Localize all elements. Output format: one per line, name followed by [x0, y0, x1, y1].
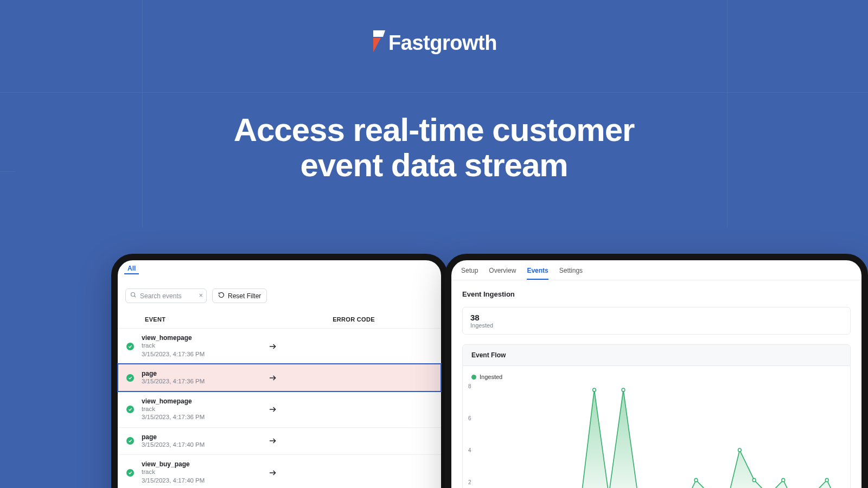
ingestion-panel: SetupOverviewEventsSettings Event Ingest… — [445, 254, 868, 488]
search-icon — [130, 292, 137, 300]
decorative-line — [0, 92, 868, 93]
hero-line-1: Access real-time customer — [0, 113, 868, 148]
clear-icon[interactable]: × — [199, 291, 203, 299]
section-title: Event Ingestion — [451, 280, 861, 301]
event-name: view_homepage — [142, 397, 266, 405]
reset-filter-label: Reset Filter — [228, 292, 261, 300]
search-input[interactable]: Search events × — [125, 288, 207, 303]
tab-overview[interactable]: Overview — [489, 265, 516, 280]
table-row[interactable]: page3/15/2023, 4:17:36 PM — [118, 364, 441, 391]
event-timestamp: 3/15/2023, 4:17:40 PM — [142, 441, 266, 450]
arrow-right-icon — [266, 405, 432, 414]
event-type: track — [142, 405, 266, 414]
svg-point-28 — [782, 478, 785, 481]
event-flow-chart: Event Flow Ingested 8642 — [462, 344, 851, 488]
events-table-body: view_homepagetrack3/15/2023, 4:17:36 PMp… — [118, 328, 441, 488]
events-panel: All Search events × Reset Filter EVENT E… — [111, 254, 448, 488]
event-meta: page3/15/2023, 4:17:40 PM — [142, 433, 266, 450]
event-name: view_buy_page — [142, 460, 266, 468]
brand-name: Fastgrowth — [388, 31, 497, 55]
column-event: EVENT — [145, 316, 275, 323]
status-success-icon — [126, 406, 134, 413]
brand-logo: Fastgrowth — [0, 30, 868, 55]
event-timestamp: 3/15/2023, 4:17:36 PM — [142, 377, 266, 386]
events-table-header: EVENT ERROR CODE — [118, 311, 441, 328]
ingestion-tabs: SetupOverviewEventsSettings — [451, 260, 861, 280]
reset-filter-button[interactable]: Reset Filter — [212, 288, 267, 303]
status-success-icon — [126, 343, 134, 350]
stat-card-ingested: 38 Ingested — [462, 307, 851, 335]
event-meta: page3/15/2023, 4:17:36 PM — [142, 370, 266, 386]
event-meta: view_homepagetrack3/15/2023, 4:17:36 PM — [142, 334, 266, 358]
events-top-tabs: All — [118, 260, 441, 274]
event-timestamp: 3/15/2023, 4:17:40 PM — [142, 477, 266, 485]
event-timestamp: 3/15/2023, 4:17:36 PM — [142, 413, 266, 422]
events-toolbar: Search events × Reset Filter — [118, 274, 441, 311]
table-row[interactable]: view_homepagetrack3/15/2023, 4:17:36 PM — [118, 328, 441, 364]
svg-point-17 — [622, 388, 625, 391]
legend-label: Ingested — [480, 374, 502, 380]
refresh-icon — [218, 292, 225, 300]
svg-line-1 — [135, 296, 136, 298]
event-name: page — [142, 433, 266, 441]
hero-heading: Access real-time customer event data str… — [0, 113, 868, 183]
stat-value: 38 — [470, 313, 843, 322]
legend-swatch-icon — [471, 375, 476, 380]
event-type: track — [142, 342, 266, 350]
hero-line-2: event data stream — [0, 148, 868, 183]
arrow-right-icon — [266, 342, 432, 351]
stat-label: Ingested — [470, 322, 843, 329]
chart-legend: Ingested — [463, 366, 850, 382]
tab-setup[interactable]: Setup — [461, 265, 478, 280]
event-name: view_homepage — [142, 334, 266, 342]
y-axis-tick: 8 — [468, 383, 471, 389]
svg-point-26 — [752, 478, 756, 481]
tab-all[interactable]: All — [124, 264, 139, 274]
y-axis-tick: 4 — [468, 447, 471, 453]
table-row[interactable]: view_buy_pagetrack3/15/2023, 4:17:40 PM — [118, 454, 441, 488]
svg-point-15 — [593, 388, 596, 391]
arrow-right-icon — [266, 374, 432, 382]
status-success-icon — [126, 437, 134, 445]
event-type: track — [142, 468, 266, 477]
event-meta: view_buy_pagetrack3/15/2023, 4:17:40 PM — [142, 460, 266, 485]
event-meta: view_homepagetrack3/15/2023, 4:17:36 PM — [142, 397, 266, 422]
status-success-icon — [126, 469, 134, 477]
svg-point-0 — [131, 293, 135, 297]
table-row[interactable]: page3/15/2023, 4:17:40 PM — [118, 427, 441, 455]
svg-point-25 — [738, 448, 742, 452]
status-success-icon — [126, 374, 134, 382]
search-placeholder: Search events — [140, 292, 182, 300]
event-name: page — [142, 370, 266, 377]
arrow-right-icon — [266, 436, 432, 445]
chart-title: Event Flow — [463, 345, 850, 366]
brand-mark-icon — [371, 30, 387, 55]
arrow-right-icon — [266, 468, 432, 477]
tab-settings[interactable]: Settings — [559, 265, 583, 280]
tab-events[interactable]: Events — [527, 265, 548, 280]
svg-point-22 — [694, 478, 698, 481]
event-timestamp: 3/15/2023, 4:17:36 PM — [142, 350, 266, 359]
svg-point-31 — [825, 478, 828, 481]
y-axis-tick: 6 — [468, 415, 471, 421]
column-error-code: ERROR CODE — [275, 316, 432, 323]
table-row[interactable]: view_homepagetrack3/15/2023, 4:17:36 PM — [118, 391, 441, 427]
chart-plot-area: 8642 — [463, 382, 850, 488]
y-axis-tick: 2 — [468, 479, 471, 485]
